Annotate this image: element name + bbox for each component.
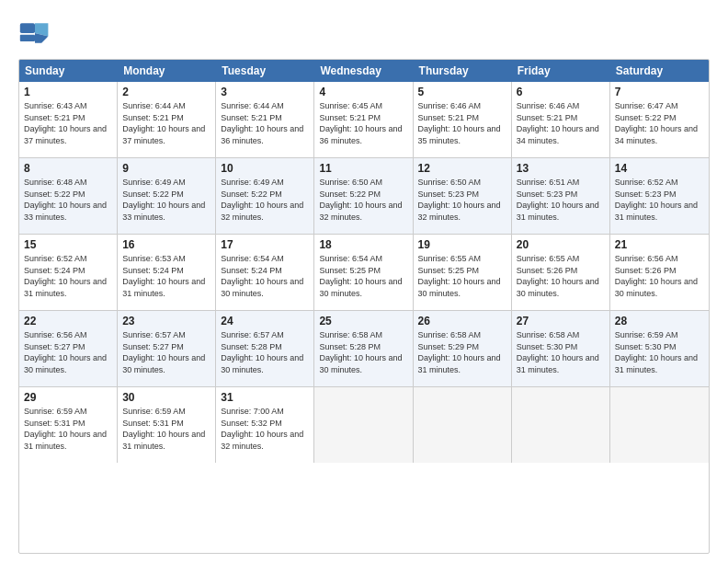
calendar-cell	[610, 387, 709, 463]
day-info: Sunrise: 6:44 AM Sunset: 5:21 PM Dayligh…	[221, 100, 309, 146]
day-number: 24	[221, 315, 309, 327]
calendar-header-cell: Thursday	[414, 60, 512, 82]
calendar-cell: 25Sunrise: 6:58 AM Sunset: 5:28 PM Dayli…	[314, 311, 413, 386]
calendar-cell: 21Sunrise: 6:56 AM Sunset: 5:26 PM Dayli…	[610, 235, 709, 310]
day-info: Sunrise: 6:59 AM Sunset: 5:31 PM Dayligh…	[24, 406, 112, 452]
day-info: Sunrise: 6:56 AM Sunset: 5:27 PM Dayligh…	[24, 329, 112, 375]
calendar-cell: 13Sunrise: 6:51 AM Sunset: 5:23 PM Dayli…	[512, 158, 610, 234]
day-info: Sunrise: 6:54 AM Sunset: 5:25 PM Dayligh…	[319, 253, 407, 299]
day-number: 6	[517, 86, 605, 98]
day-number: 8	[24, 162, 112, 175]
day-info: Sunrise: 6:48 AM Sunset: 5:22 PM Dayligh…	[24, 177, 112, 223]
day-number: 3	[221, 86, 309, 98]
svg-rect-1	[20, 35, 35, 41]
day-info: Sunrise: 6:52 AM Sunset: 5:24 PM Dayligh…	[24, 253, 112, 299]
calendar-week: 8Sunrise: 6:48 AM Sunset: 5:22 PM Daylig…	[19, 158, 709, 235]
calendar-cell: 31Sunrise: 7:00 AM Sunset: 5:32 PM Dayli…	[216, 387, 314, 463]
day-info: Sunrise: 6:46 AM Sunset: 5:21 PM Dayligh…	[517, 100, 605, 146]
day-number: 22	[24, 315, 112, 327]
calendar-cell: 24Sunrise: 6:57 AM Sunset: 5:28 PM Dayli…	[216, 311, 314, 386]
day-number: 10	[221, 162, 309, 175]
calendar-cell: 19Sunrise: 6:55 AM Sunset: 5:25 PM Dayli…	[414, 235, 512, 310]
calendar-week: 29Sunrise: 6:59 AM Sunset: 5:31 PM Dayli…	[19, 387, 709, 463]
calendar-header-cell: Monday	[118, 60, 216, 82]
calendar-header-cell: Saturday	[610, 60, 709, 82]
day-number: 2	[122, 86, 210, 98]
day-info: Sunrise: 6:53 AM Sunset: 5:24 PM Dayligh…	[122, 253, 210, 299]
day-number: 20	[517, 238, 605, 251]
calendar-cell: 16Sunrise: 6:53 AM Sunset: 5:24 PM Dayli…	[118, 235, 216, 310]
calendar-cell: 1Sunrise: 6:43 AM Sunset: 5:21 PM Daylig…	[19, 82, 118, 157]
logo-icon	[18, 17, 51, 50]
calendar-header-cell: Sunday	[19, 60, 118, 82]
day-number: 15	[24, 238, 112, 251]
day-number: 25	[319, 315, 407, 327]
calendar-body: 1Sunrise: 6:43 AM Sunset: 5:21 PM Daylig…	[19, 82, 709, 463]
calendar-cell: 22Sunrise: 6:56 AM Sunset: 5:27 PM Dayli…	[19, 311, 118, 386]
calendar-header-cell: Wednesday	[314, 60, 413, 82]
svg-rect-0	[20, 23, 35, 33]
calendar-cell: 26Sunrise: 6:58 AM Sunset: 5:29 PM Dayli…	[414, 311, 512, 386]
calendar-cell: 7Sunrise: 6:47 AM Sunset: 5:22 PM Daylig…	[610, 82, 709, 157]
calendar-cell: 8Sunrise: 6:48 AM Sunset: 5:22 PM Daylig…	[19, 158, 118, 234]
calendar-cell: 12Sunrise: 6:50 AM Sunset: 5:23 PM Dayli…	[414, 158, 512, 234]
day-info: Sunrise: 6:57 AM Sunset: 5:28 PM Dayligh…	[221, 329, 309, 375]
calendar-header-cell: Friday	[512, 60, 610, 82]
day-info: Sunrise: 6:50 AM Sunset: 5:22 PM Dayligh…	[319, 177, 407, 223]
calendar-cell: 30Sunrise: 6:59 AM Sunset: 5:31 PM Dayli…	[118, 387, 216, 463]
day-info: Sunrise: 6:49 AM Sunset: 5:22 PM Dayligh…	[221, 177, 309, 223]
day-info: Sunrise: 6:56 AM Sunset: 5:26 PM Dayligh…	[615, 253, 704, 299]
calendar-header-cell: Tuesday	[216, 60, 314, 82]
calendar-cell	[314, 387, 413, 463]
day-number: 4	[319, 86, 407, 98]
day-info: Sunrise: 6:51 AM Sunset: 5:23 PM Dayligh…	[517, 177, 605, 223]
day-info: Sunrise: 6:57 AM Sunset: 5:27 PM Dayligh…	[122, 329, 210, 375]
calendar-cell	[414, 387, 512, 463]
header	[18, 17, 710, 50]
day-info: Sunrise: 7:00 AM Sunset: 5:32 PM Dayligh…	[221, 406, 309, 452]
day-info: Sunrise: 6:59 AM Sunset: 5:31 PM Dayligh…	[122, 406, 210, 452]
day-number: 16	[122, 238, 210, 251]
day-info: Sunrise: 6:52 AM Sunset: 5:23 PM Dayligh…	[615, 177, 704, 223]
day-info: Sunrise: 6:59 AM Sunset: 5:30 PM Dayligh…	[615, 329, 704, 375]
day-number: 29	[24, 391, 112, 404]
day-number: 23	[122, 315, 210, 327]
day-number: 11	[319, 162, 407, 175]
day-number: 21	[615, 238, 704, 251]
logo	[18, 17, 55, 50]
calendar-cell: 4Sunrise: 6:45 AM Sunset: 5:21 PM Daylig…	[314, 82, 413, 157]
calendar-cell: 15Sunrise: 6:52 AM Sunset: 5:24 PM Dayli…	[19, 235, 118, 310]
day-info: Sunrise: 6:46 AM Sunset: 5:21 PM Dayligh…	[418, 100, 506, 146]
calendar-cell: 6Sunrise: 6:46 AM Sunset: 5:21 PM Daylig…	[512, 82, 610, 157]
calendar-cell: 18Sunrise: 6:54 AM Sunset: 5:25 PM Dayli…	[314, 235, 413, 310]
day-info: Sunrise: 6:58 AM Sunset: 5:30 PM Dayligh…	[517, 329, 605, 375]
calendar-cell: 14Sunrise: 6:52 AM Sunset: 5:23 PM Dayli…	[610, 158, 709, 234]
calendar-cell: 27Sunrise: 6:58 AM Sunset: 5:30 PM Dayli…	[512, 311, 610, 386]
calendar-cell	[512, 387, 610, 463]
day-info: Sunrise: 6:58 AM Sunset: 5:29 PM Dayligh…	[418, 329, 506, 375]
day-number: 13	[517, 162, 605, 175]
calendar-header: SundayMondayTuesdayWednesdayThursdayFrid…	[19, 60, 709, 82]
day-info: Sunrise: 6:54 AM Sunset: 5:24 PM Dayligh…	[221, 253, 309, 299]
day-info: Sunrise: 6:49 AM Sunset: 5:22 PM Dayligh…	[122, 177, 210, 223]
day-info: Sunrise: 6:45 AM Sunset: 5:21 PM Dayligh…	[319, 100, 407, 146]
calendar-cell: 20Sunrise: 6:55 AM Sunset: 5:26 PM Dayli…	[512, 235, 610, 310]
calendar-cell: 2Sunrise: 6:44 AM Sunset: 5:21 PM Daylig…	[118, 82, 216, 157]
calendar-cell: 9Sunrise: 6:49 AM Sunset: 5:22 PM Daylig…	[118, 158, 216, 234]
day-number: 26	[418, 315, 506, 327]
day-number: 12	[418, 162, 506, 175]
calendar-cell: 28Sunrise: 6:59 AM Sunset: 5:30 PM Dayli…	[610, 311, 709, 386]
day-number: 18	[319, 238, 407, 251]
day-number: 5	[418, 86, 506, 98]
day-info: Sunrise: 6:43 AM Sunset: 5:21 PM Dayligh…	[24, 100, 112, 146]
day-number: 28	[615, 315, 704, 327]
calendar-cell: 10Sunrise: 6:49 AM Sunset: 5:22 PM Dayli…	[216, 158, 314, 234]
calendar-cell: 23Sunrise: 6:57 AM Sunset: 5:27 PM Dayli…	[118, 311, 216, 386]
day-info: Sunrise: 6:47 AM Sunset: 5:22 PM Dayligh…	[615, 100, 704, 146]
day-number: 17	[221, 238, 309, 251]
day-info: Sunrise: 6:55 AM Sunset: 5:26 PM Dayligh…	[517, 253, 605, 299]
day-info: Sunrise: 6:50 AM Sunset: 5:23 PM Dayligh…	[418, 177, 506, 223]
calendar: SundayMondayTuesdayWednesdayThursdayFrid…	[18, 59, 710, 554]
day-number: 30	[122, 391, 210, 404]
calendar-week: 15Sunrise: 6:52 AM Sunset: 5:24 PM Dayli…	[19, 235, 709, 311]
